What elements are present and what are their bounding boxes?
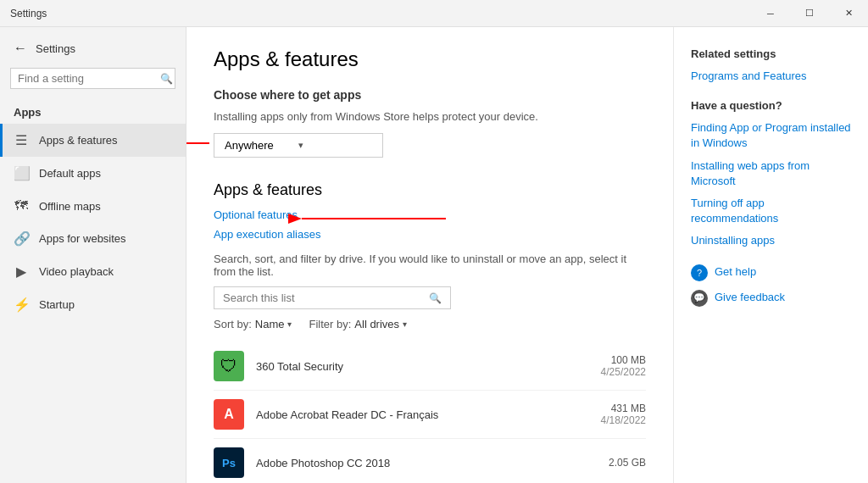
give-feedback-link[interactable]: Give feedback — [715, 290, 785, 305]
app-icon-360: 🛡 — [214, 351, 244, 381]
back-arrow-icon: ← — [14, 41, 27, 56]
uninstalling-apps-link[interactable]: Uninstalling apps — [691, 233, 851, 248]
get-help-icon: ? — [691, 264, 708, 281]
turning-off-recommendations-link[interactable]: Turning off app recommendations — [691, 196, 851, 226]
video-playback-icon: ▶ — [14, 264, 29, 280]
get-help-item[interactable]: ? Get help — [691, 264, 851, 281]
back-button[interactable]: ← Settings — [0, 36, 186, 61]
location-dropdown[interactable]: Anywhere ▾ — [214, 133, 383, 158]
filter-chevron-icon: ▾ — [403, 319, 407, 329]
sidebar: ← Settings 🔍 Apps ☰ Apps & features ⬜ De… — [0, 27, 186, 483]
feedback-icon: 💬 — [691, 290, 708, 307]
give-feedback-item[interactable]: 💬 Give feedback — [691, 290, 851, 307]
app-date-360: 4/25/2022 — [601, 366, 646, 378]
app-meta-acrobat: 431 MB 4/18/2022 — [601, 402, 646, 426]
app-date-acrobat: 4/18/2022 — [601, 414, 646, 426]
app-search-box[interactable]: 🔍 — [214, 286, 451, 309]
app-size-photoshop: 2.05 GB — [609, 457, 646, 469]
table-row[interactable]: 🛡 360 Total Security 100 MB 4/25/2022 — [214, 342, 646, 391]
app-info-acrobat: Adobe Acrobat Reader DC - Français — [256, 408, 601, 421]
find-setting-input[interactable] — [18, 72, 160, 85]
table-row[interactable]: A Adobe Acrobat Reader DC - Français 431… — [214, 391, 646, 439]
app-name-acrobat: Adobe Acrobat Reader DC - Français — [256, 408, 601, 421]
minimize-button[interactable]: ─ — [751, 0, 790, 27]
finding-app-link[interactable]: Finding App or Program installed in Wind… — [691, 120, 851, 151]
arrow-annotation-1 — [186, 125, 214, 163]
sidebar-search-box[interactable]: 🔍 — [10, 68, 175, 89]
installing-web-apps-link[interactable]: Installing web apps from Microsoft — [691, 158, 851, 189]
close-button[interactable]: ✕ — [829, 0, 868, 27]
search-icon: 🔍 — [160, 73, 173, 85]
maximize-button[interactable]: ☐ — [790, 0, 829, 27]
sidebar-item-apps-websites[interactable]: 🔗 Apps for websites — [0, 222, 186, 255]
sort-by-control[interactable]: Sort by: Name ▾ — [214, 318, 292, 330]
sidebar-item-label-offline-maps: Offline maps — [39, 200, 101, 213]
title-bar-title: Settings — [10, 8, 47, 19]
apps-features-section-title: Apps & features — [214, 181, 646, 199]
app-meta-360: 100 MB 4/25/2022 — [601, 354, 646, 378]
title-bar: Settings ─ ☐ ✕ — [0, 0, 868, 27]
sidebar-item-apps-features[interactable]: ☰ Apps & features — [0, 124, 186, 157]
sidebar-item-label-default-apps: Default apps — [39, 167, 101, 180]
app-size-acrobat: 431 MB — [601, 402, 646, 414]
app-name-photoshop: Adobe Photoshop CC 2018 — [256, 457, 609, 469]
right-panel: Related settings Programs and Features H… — [673, 27, 868, 483]
sort-value: Name — [255, 318, 285, 330]
sidebar-section-label: Apps — [0, 96, 186, 124]
sort-filter-row: Sort by: Name ▾ Filter by: All drives ▾ — [214, 318, 646, 330]
sidebar-item-label-apps-websites: Apps for websites — [39, 232, 126, 245]
app-info-photoshop: Adobe Photoshop CC 2018 — [256, 457, 609, 469]
filter-label: Filter by: — [309, 318, 351, 330]
dropdown-value: Anywhere — [225, 139, 298, 152]
sidebar-item-label-startup: Startup — [39, 298, 75, 311]
app-info-360: 360 Total Security — [256, 360, 601, 373]
filter-by-control[interactable]: Filter by: All drives ▾ — [309, 318, 407, 330]
optional-features-link[interactable]: Optional features — [214, 208, 298, 221]
sidebar-item-label-video-playback: Video playback — [39, 265, 114, 278]
chevron-down-icon: ▾ — [298, 140, 372, 151]
app-icon-photoshop: Ps — [214, 447, 244, 478]
apps-websites-icon: 🔗 — [14, 230, 29, 247]
choose-desc: Installing apps only from Windows Store … — [214, 110, 646, 123]
sort-chevron-icon: ▾ — [287, 319, 292, 329]
related-settings-title: Related settings — [691, 47, 851, 60]
app-execution-link[interactable]: App execution aliases — [214, 228, 646, 241]
sidebar-item-default-apps[interactable]: ⬜ Default apps — [0, 157, 186, 190]
default-apps-icon: ⬜ — [14, 165, 29, 181]
search-list-icon: 🔍 — [429, 292, 442, 304]
app-size-360: 100 MB — [601, 354, 646, 366]
app-icon-acrobat: A — [214, 399, 244, 430]
sidebar-item-offline-maps[interactable]: 🗺 Offline maps — [0, 190, 186, 222]
filter-description: Search, sort, and filter by drive. If yo… — [214, 253, 646, 278]
app-body: ← Settings 🔍 Apps ☰ Apps & features ⬜ De… — [0, 27, 868, 483]
app-name-360: 360 Total Security — [256, 360, 601, 373]
sidebar-item-startup[interactable]: ⚡ Startup — [0, 288, 186, 321]
have-question-title: Have a question? — [691, 99, 851, 112]
app-list: 🛡 360 Total Security 100 MB 4/25/2022 A … — [214, 342, 646, 483]
sidebar-item-label-apps-features: Apps & features — [39, 134, 118, 147]
filter-value: All drives — [354, 318, 399, 330]
sort-label: Sort by: — [214, 318, 252, 330]
title-bar-controls: ─ ☐ ✕ — [751, 0, 868, 27]
back-label: Settings — [36, 42, 75, 55]
get-help-link[interactable]: Get help — [715, 264, 756, 280]
apps-features-icon: ☰ — [14, 132, 29, 148]
startup-icon: ⚡ — [14, 297, 29, 313]
offline-maps-icon: 🗺 — [14, 198, 29, 214]
programs-features-link[interactable]: Programs and Features — [691, 69, 851, 84]
choose-heading: Choose where to get apps — [214, 88, 646, 102]
table-row[interactable]: Ps Adobe Photoshop CC 2018 2.05 GB — [214, 439, 646, 483]
main-content: Apps & features Choose where to get apps… — [186, 27, 673, 483]
search-list-input[interactable] — [223, 291, 429, 304]
page-title: Apps & features — [214, 47, 646, 71]
app-meta-photoshop: 2.05 GB — [609, 457, 646, 469]
sidebar-item-video-playback[interactable]: ▶ Video playback — [0, 255, 186, 288]
